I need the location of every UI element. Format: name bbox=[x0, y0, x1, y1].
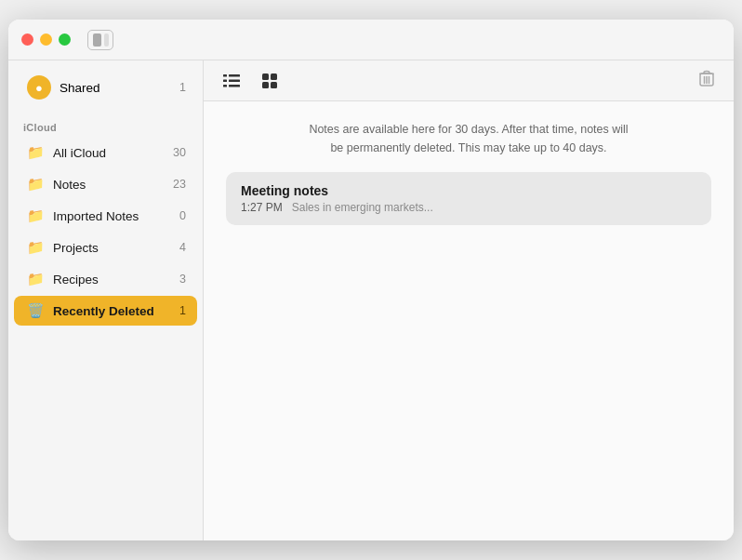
content-area: ● Shared 1 iCloud 📁 All iCloud 30 📁 Note… bbox=[8, 60, 734, 540]
svg-rect-7 bbox=[271, 73, 277, 80]
sidebar-item-imported-notes[interactable]: 📁 Imported Notes 0 bbox=[14, 201, 197, 231]
note-preview: Sales in emerging markets... bbox=[292, 201, 433, 214]
svg-rect-2 bbox=[223, 79, 227, 82]
item-label: All iCloud bbox=[53, 146, 173, 160]
sidebar-item-projects[interactable]: 📁 Projects 4 bbox=[14, 233, 197, 262]
sidebar-item-notes[interactable]: 📁 Notes 23 bbox=[14, 169, 197, 199]
sidebar-item-recipes[interactable]: 📁 Recipes 3 bbox=[14, 264, 197, 294]
list-view-icon bbox=[223, 73, 240, 88]
item-count: 1 bbox=[179, 304, 186, 317]
grid-view-button[interactable] bbox=[256, 69, 285, 93]
grid-view-icon bbox=[262, 73, 279, 88]
trash-icon: 🗑️ bbox=[27, 302, 45, 319]
svg-rect-6 bbox=[262, 73, 269, 80]
item-count: 3 bbox=[179, 273, 186, 286]
svg-rect-11 bbox=[699, 73, 714, 75]
info-banner: Notes are available here for 30 days. Af… bbox=[301, 120, 636, 157]
delete-button[interactable] bbox=[693, 66, 721, 95]
main-content: Notes are available here for 30 days. Af… bbox=[204, 101, 734, 540]
folder-icon: 📁 bbox=[27, 207, 45, 224]
svg-rect-3 bbox=[229, 79, 240, 82]
main-toolbar bbox=[204, 60, 734, 101]
sidebar-toggle-icon bbox=[93, 33, 109, 47]
list-view-button[interactable] bbox=[217, 69, 246, 93]
traffic-lights bbox=[21, 33, 71, 46]
shared-icon: ● bbox=[27, 75, 51, 100]
folder-icon: 📁 bbox=[27, 271, 45, 287]
sidebar-item-all-icloud[interactable]: 📁 All iCloud 30 bbox=[14, 138, 197, 167]
item-count: 30 bbox=[173, 146, 186, 159]
trash-button-icon bbox=[699, 70, 714, 87]
note-title: Meeting notes bbox=[241, 183, 696, 198]
close-button[interactable] bbox=[21, 33, 33, 46]
svg-rect-5 bbox=[229, 85, 240, 87]
item-count: 23 bbox=[173, 178, 186, 191]
toolbar-right bbox=[693, 66, 721, 95]
folder-icon: 📁 bbox=[27, 176, 45, 193]
svg-rect-4 bbox=[223, 85, 227, 87]
item-count: 0 bbox=[179, 209, 186, 222]
sidebar-item-shared[interactable]: ● Shared 1 bbox=[14, 66, 197, 109]
shared-count: 1 bbox=[179, 81, 186, 94]
svg-rect-9 bbox=[271, 82, 277, 88]
item-label: Recently Deleted bbox=[53, 304, 179, 318]
title-bar bbox=[8, 20, 734, 60]
item-label: Imported Notes bbox=[53, 209, 179, 223]
maximize-button[interactable] bbox=[59, 33, 71, 46]
item-label: Projects bbox=[53, 241, 179, 255]
minimize-button[interactable] bbox=[40, 33, 52, 46]
folder-icon: 📁 bbox=[27, 144, 45, 161]
icloud-section-label: iCloud bbox=[8, 109, 203, 137]
note-time: 1:27 PM bbox=[241, 201, 283, 214]
sidebar-item-recently-deleted[interactable]: 🗑️ Recently Deleted 1 bbox=[14, 296, 197, 326]
sidebar: ● Shared 1 iCloud 📁 All iCloud 30 📁 Note… bbox=[8, 60, 204, 540]
folder-icon: 📁 bbox=[27, 239, 45, 256]
toolbar-left bbox=[217, 69, 285, 93]
note-meta: 1:27 PM Sales in emerging markets... bbox=[241, 201, 696, 214]
sidebar-toggle-button[interactable] bbox=[87, 30, 113, 50]
note-card[interactable]: Meeting notes 1:27 PM Sales in emerging … bbox=[226, 172, 711, 225]
svg-rect-8 bbox=[262, 82, 269, 88]
svg-rect-1 bbox=[229, 74, 240, 77]
main-panel: Notes are available here for 30 days. Af… bbox=[204, 60, 734, 540]
item-label: Recipes bbox=[53, 273, 179, 287]
shared-label: Shared bbox=[60, 81, 179, 95]
app-window: ● Shared 1 iCloud 📁 All iCloud 30 📁 Note… bbox=[8, 20, 734, 540]
item-count: 4 bbox=[179, 241, 186, 254]
svg-rect-0 bbox=[223, 74, 227, 77]
item-label: Notes bbox=[53, 178, 173, 192]
